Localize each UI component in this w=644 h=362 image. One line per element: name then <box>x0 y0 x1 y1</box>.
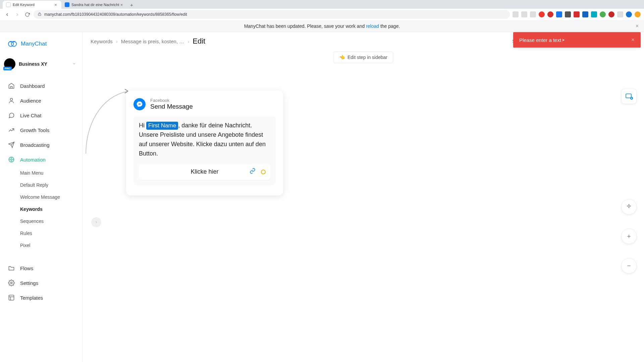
close-icon[interactable]: × <box>119 2 124 7</box>
nav-dashboard[interactable]: Dashboard <box>0 78 82 93</box>
extension-icon[interactable] <box>600 11 606 17</box>
nav-broadcasting[interactable]: Broadcasting <box>0 137 82 152</box>
nav-templates[interactable]: Templates <box>0 290 82 305</box>
extension-icon[interactable] <box>591 11 597 17</box>
crumb-current: Edit <box>193 37 205 46</box>
forward-button[interactable] <box>13 11 21 18</box>
extension-icon[interactable] <box>582 11 588 17</box>
extension-icon[interactable] <box>556 11 562 17</box>
tab-strip: Edit Keyword × Sandra hat dir eine Nachr… <box>0 0 644 9</box>
variable-chip-firstname[interactable]: First Name <box>146 122 178 130</box>
chevron-right-icon: › <box>187 39 189 44</box>
extension-icon[interactable] <box>617 11 623 17</box>
nav-label: Growth Tools <box>20 127 49 133</box>
extension-icon[interactable] <box>539 11 545 17</box>
new-tab-button[interactable]: + <box>127 1 136 9</box>
extension-icon[interactable] <box>635 11 641 17</box>
extension-icon[interactable] <box>565 11 571 17</box>
subnav-mainmenu[interactable]: Main Menu <box>20 167 82 179</box>
subnav-sequences[interactable]: Sequences <box>20 215 82 227</box>
zoom-out-button[interactable] <box>621 258 637 274</box>
nav-label: Live Chat <box>20 113 41 118</box>
crumb-flow[interactable]: Message is preis, kosten, … <box>121 39 184 44</box>
nav-label: Broadcasting <box>20 142 50 148</box>
automation-subnav: Main Menu Default Reply Welcome Message … <box>0 167 82 251</box>
notification-suffix: the page. <box>379 23 400 29</box>
svg-point-3 <box>10 41 12 42</box>
pro-badge: PRO <box>3 67 12 70</box>
button-label: Klicke hier <box>191 168 218 175</box>
svg-point-7 <box>11 159 12 161</box>
crumb-keywords[interactable]: Keywords <box>91 39 113 44</box>
gear-icon <box>8 280 15 286</box>
sidebar: ManyChat PRO Business XY Dashboard Audie… <box>0 32 83 362</box>
extension-icon[interactable] <box>513 11 519 17</box>
collapse-handle[interactable] <box>91 217 101 227</box>
nav-automation[interactable]: Automation <box>0 152 82 167</box>
output-port[interactable] <box>261 170 266 174</box>
node-title-group: Facebook Send Message <box>150 98 193 110</box>
add-step-button[interactable] <box>621 88 637 104</box>
nav-label: Settings <box>20 280 38 286</box>
extension-icon[interactable] <box>574 11 580 17</box>
reload-button[interactable] <box>23 11 31 18</box>
zoom-in-button[interactable] <box>621 229 637 244</box>
message-text[interactable]: Hi First Name, danke für deine Nachricht… <box>139 121 270 159</box>
extension-icon[interactable] <box>608 11 614 17</box>
subnav-pixel[interactable]: Pixel <box>20 239 82 251</box>
favicon-icon <box>6 2 11 7</box>
nav-flows[interactable]: Flows <box>0 261 82 276</box>
nav-audience[interactable]: Audience <box>0 93 82 108</box>
close-icon[interactable]: × <box>636 23 639 29</box>
breadcrumb: Keywords › Message is preis, kosten, … ›… <box>91 37 205 46</box>
reload-link[interactable]: reload <box>366 23 379 29</box>
nav-growth[interactable]: Growth Tools <box>0 123 82 137</box>
flow-canvas[interactable]: Facebook Send Message Hi First Name, dan… <box>83 50 644 362</box>
toast-text: Please enter a text <box>519 37 561 43</box>
workspace-name: Business XY <box>19 61 69 67</box>
svg-point-8 <box>11 282 12 284</box>
extensions-row <box>513 11 641 17</box>
svg-rect-0 <box>38 14 41 15</box>
canvas-rail <box>621 88 637 274</box>
close-icon[interactable]: × <box>53 2 58 7</box>
main-area: Keywords › Message is preis, kosten, … ›… <box>83 32 644 362</box>
subnav-welcome[interactable]: Welcome Message <box>20 191 82 203</box>
subnav-rules[interactable]: Rules <box>20 227 82 239</box>
chat-icon <box>8 112 15 119</box>
browser-chrome: Edit Keyword × Sandra hat dir eine Nachr… <box>0 0 644 20</box>
node-header: Facebook Send Message <box>133 98 276 110</box>
svg-rect-9 <box>9 295 14 300</box>
svg-point-5 <box>10 98 13 101</box>
message-text-pre: Hi <box>139 122 146 129</box>
browser-tab-active[interactable]: Edit Keyword × <box>3 1 61 9</box>
auto-arrange-button[interactable] <box>621 199 637 215</box>
brand[interactable]: ManyChat <box>0 32 82 55</box>
send-message-node[interactable]: Facebook Send Message Hi First Name, dan… <box>126 90 283 195</box>
chevron-down-icon <box>72 61 76 67</box>
nav-settings[interactable]: Settings <box>0 276 82 290</box>
nav-livechat[interactable]: Live Chat <box>0 108 82 123</box>
back-button[interactable] <box>3 11 11 18</box>
home-icon <box>8 82 15 89</box>
tab-title: Sandra hat dir eine Nachricht <box>71 3 119 7</box>
cursor-icon: ➤ <box>562 38 565 42</box>
message-button[interactable]: Klicke hier <box>139 164 270 180</box>
tab-title: Edit Keyword <box>13 3 53 7</box>
node-action: Send Message <box>150 103 193 110</box>
error-toast: Please enter a text ➤ × <box>513 32 641 48</box>
extension-icon[interactable] <box>521 11 527 17</box>
extension-icon[interactable] <box>547 11 553 17</box>
extension-icon[interactable] <box>530 11 536 17</box>
url-input[interactable]: manychat.com/fb181039044324080309/automa… <box>34 10 510 19</box>
subnav-keywords[interactable]: Keywords <box>20 203 82 215</box>
browser-tab[interactable]: Sandra hat dir eine Nachricht × <box>61 1 127 9</box>
message-body[interactable]: Hi First Name, danke für deine Nachricht… <box>133 116 276 185</box>
address-bar: manychat.com/fb181039044324080309/automa… <box>0 9 644 20</box>
chevron-right-icon: › <box>116 39 118 44</box>
workspace-switcher[interactable]: PRO Business XY <box>0 55 82 74</box>
close-icon[interactable]: × <box>631 37 635 43</box>
brand-name: ManyChat <box>21 41 47 47</box>
subnav-defaultreply[interactable]: Default Reply <box>20 179 82 191</box>
profile-avatar-icon[interactable] <box>626 11 632 17</box>
